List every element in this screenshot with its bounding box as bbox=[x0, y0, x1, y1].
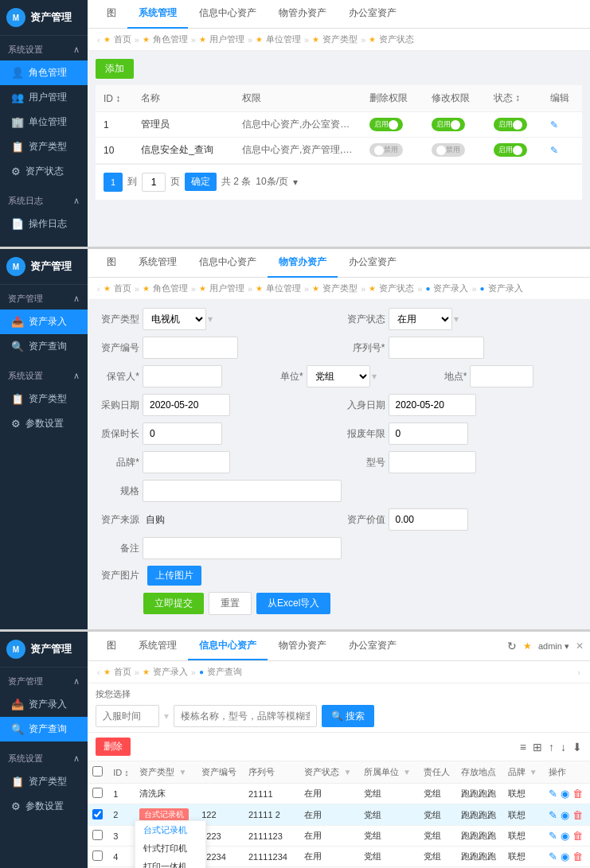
keyword-search-input[interactable] bbox=[174, 705, 317, 727]
close-icon[interactable]: ✕ bbox=[576, 640, 584, 652]
search-button[interactable]: 🔍 搜索 bbox=[322, 705, 374, 727]
bc-unit[interactable]: 单位管理 bbox=[266, 33, 301, 45]
r1-delete-icon[interactable]: 🗑 bbox=[572, 788, 583, 800]
page-1-btn[interactable]: 1 bbox=[104, 173, 123, 192]
r1-edit-icon[interactable]: ✎ bbox=[549, 788, 557, 800]
chevron-down-icon2[interactable]: ▾ bbox=[293, 177, 298, 188]
row1-edit-icon[interactable]: ✎ bbox=[550, 119, 558, 130]
row1-modify-toggle[interactable]: 启用 bbox=[432, 118, 465, 131]
sidebar-group-log[interactable]: 系统日志 ∧ bbox=[0, 190, 88, 212]
sidebar3-item-param[interactable]: ⚙ 参数设置 bbox=[0, 794, 88, 819]
tab3-system[interactable]: 系统管理 bbox=[127, 632, 188, 660]
delete-button[interactable]: 删除 bbox=[96, 738, 131, 756]
bc2-home[interactable]: 首页 bbox=[114, 282, 131, 294]
bc2-type[interactable]: 资产类型 bbox=[322, 282, 358, 294]
tab2-property[interactable]: 物管办资产 bbox=[268, 249, 338, 278]
download-icon[interactable]: ⬇ bbox=[572, 741, 582, 753]
tab-system-management[interactable]: 系统管理 bbox=[127, 0, 188, 29]
list-view-icon[interactable]: ≡ bbox=[520, 741, 526, 753]
upload-image-button[interactable]: 上传图片 bbox=[147, 566, 201, 586]
breadcrumb-arrow-left[interactable]: ‹ bbox=[97, 35, 100, 45]
row2-status-toggle[interactable]: 启用 bbox=[494, 143, 527, 157]
r1-view-icon[interactable]: ◉ bbox=[561, 788, 569, 800]
serial-no-input[interactable] bbox=[389, 337, 484, 359]
tab-property[interactable]: 物管办资产 bbox=[268, 0, 338, 29]
bc2-user[interactable]: 用户管理 bbox=[209, 282, 244, 294]
r2-edit-icon[interactable]: ✎ bbox=[549, 809, 557, 821]
star-header-icon[interactable]: ★ bbox=[523, 640, 532, 652]
tab2-icon[interactable]: 图 bbox=[96, 249, 127, 278]
bc2-status[interactable]: 资产状态 bbox=[379, 282, 414, 294]
tab3-office[interactable]: 办公室资产 bbox=[338, 632, 408, 660]
sidebar3-item-query[interactable]: 🔍 资产查询 bbox=[0, 717, 88, 741]
tab-info-center[interactable]: 信息中心资产 bbox=[188, 0, 268, 29]
sidebar3-item-type[interactable]: 📋 资产类型 bbox=[0, 769, 88, 794]
tab3-info[interactable]: 信息中心资产 bbox=[188, 632, 268, 660]
bc2-unit[interactable]: 单位管理 bbox=[266, 282, 301, 294]
breadcrumb2-arrow[interactable]: ‹ bbox=[97, 284, 100, 294]
sidebar2-group-asset[interactable]: 资产管理 ∧ bbox=[0, 288, 88, 309]
brand-filter-icon[interactable]: ▼ bbox=[529, 768, 537, 777]
location-input[interactable] bbox=[470, 365, 533, 387]
tab3-property[interactable]: 物管办资产 bbox=[268, 632, 338, 660]
r3-view-icon[interactable]: ◉ bbox=[561, 830, 569, 842]
sidebar-item-asset-type[interactable]: 📋 资产类型 bbox=[0, 134, 88, 159]
select-all-checkbox[interactable] bbox=[92, 766, 103, 777]
tab-icon1[interactable]: 图 bbox=[96, 0, 127, 29]
bc-asset-status[interactable]: 资产状态 bbox=[379, 33, 414, 45]
user-info[interactable]: admin ▾ bbox=[538, 641, 569, 652]
tab3-icon[interactable]: 图 bbox=[96, 632, 127, 660]
asset-type-select[interactable]: 电视机 bbox=[143, 308, 206, 330]
r3-edit-icon[interactable]: ✎ bbox=[549, 830, 557, 842]
refresh-icon[interactable]: ↻ bbox=[507, 640, 517, 652]
spec-input[interactable] bbox=[143, 480, 342, 502]
depreciation-input[interactable] bbox=[389, 422, 468, 445]
asset-no-input[interactable] bbox=[143, 337, 238, 359]
bc3-nav-right[interactable]: › bbox=[577, 668, 580, 677]
bc-user[interactable]: 用户管理 bbox=[209, 33, 244, 45]
dropdown-item-1[interactable]: 台式记录机 bbox=[135, 821, 205, 839]
bc2-entry2[interactable]: 资产录入 bbox=[488, 282, 523, 294]
type-filter-icon[interactable]: ▼ bbox=[178, 768, 186, 777]
bc-home[interactable]: 首页 bbox=[114, 33, 131, 45]
r4-edit-icon[interactable]: ✎ bbox=[549, 850, 557, 862]
keeper-input[interactable] bbox=[143, 365, 222, 387]
sidebar2-item-param-settings[interactable]: ⚙ 参数设置 bbox=[0, 411, 88, 436]
sidebar2-item-asset-entry[interactable]: 📥 资产录入 bbox=[0, 309, 88, 334]
reset-button[interactable]: 重置 bbox=[209, 592, 252, 615]
page-goto-input[interactable] bbox=[142, 173, 166, 192]
remark-input[interactable] bbox=[143, 537, 342, 559]
entry-date-input[interactable] bbox=[389, 394, 476, 416]
dropdown-item-2[interactable]: 针式打印机 bbox=[135, 839, 205, 858]
row1-status-toggle[interactable]: 启用 bbox=[494, 118, 527, 131]
sidebar-item-unit[interactable]: 🏢 单位管理 bbox=[0, 110, 88, 134]
status-filter-icon[interactable]: ▼ bbox=[344, 768, 352, 777]
pagination-confirm-btn[interactable]: 确定 bbox=[185, 173, 217, 191]
sidebar-item-operation-log[interactable]: 📄 操作日志 bbox=[0, 212, 88, 236]
excel-import-button[interactable]: 从Excel导入 bbox=[256, 593, 330, 614]
row1-checkbox[interactable] bbox=[92, 788, 103, 798]
r3-delete-icon[interactable]: 🗑 bbox=[572, 830, 583, 842]
bc3-home[interactable]: 首页 bbox=[114, 666, 131, 678]
import-icon[interactable]: ↓ bbox=[561, 741, 566, 753]
asset-status-select[interactable]: 在用 bbox=[389, 308, 452, 330]
bc3-entry[interactable]: 资产录入 bbox=[153, 666, 188, 678]
sidebar-item-user[interactable]: 👥 用户管理 bbox=[0, 85, 88, 110]
row2-modify-toggle[interactable]: 禁用 bbox=[432, 143, 465, 157]
value-input[interactable] bbox=[389, 508, 468, 531]
sidebar3-item-entry[interactable]: 📥 资产录入 bbox=[0, 692, 88, 717]
sidebar-item-asset-status[interactable]: ⚙ 资产状态 bbox=[0, 159, 88, 184]
grid-view-icon[interactable]: ⊞ bbox=[533, 741, 542, 753]
r4-view-icon[interactable]: ◉ bbox=[561, 850, 569, 862]
bc2-entry[interactable]: 资产录入 bbox=[433, 282, 468, 294]
sidebar3-group-asset[interactable]: 资产管理 ∧ bbox=[0, 671, 88, 692]
sidebar-item-role[interactable]: 👤 角色管理 bbox=[0, 60, 88, 85]
row2-delete-toggle[interactable]: 禁用 bbox=[369, 143, 403, 157]
unit-filter-icon[interactable]: ▼ bbox=[403, 768, 411, 777]
bc2-role[interactable]: 角色管理 bbox=[153, 282, 188, 294]
unit-select[interactable]: 党组 bbox=[307, 365, 370, 387]
row2-edit-icon[interactable]: ✎ bbox=[550, 145, 558, 156]
export-icon[interactable]: ↑ bbox=[549, 741, 554, 753]
bc-asset-type[interactable]: 资产类型 bbox=[322, 33, 358, 45]
purchase-date-input[interactable] bbox=[143, 394, 230, 416]
